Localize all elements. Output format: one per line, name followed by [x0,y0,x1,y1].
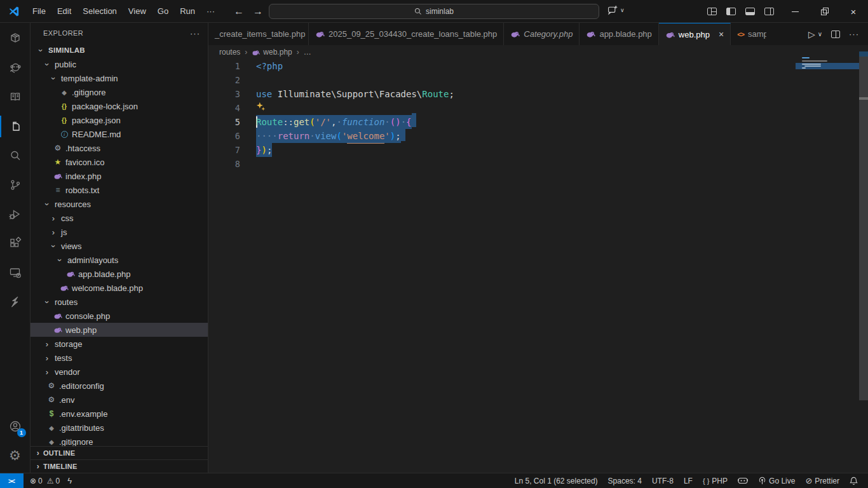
restore-button[interactable] [810,0,839,23]
status-eol[interactable]: LF [679,477,698,485]
code-editor[interactable]: 1<?php23use Illuminate\Support\Facades\R… [208,59,868,171]
menu-selection[interactable]: Selection [77,3,122,20]
breadcrumb-item[interactable]: … [304,48,311,57]
accounts-icon[interactable]: 1 [0,412,31,441]
tree-item-label: public [55,60,76,69]
settings-gear-icon[interactable]: ⚙ [0,441,31,470]
section-outline[interactable]: ›OUTLINE [31,446,208,459]
extension-s-icon[interactable] [0,287,31,316]
menu-run[interactable]: Run [174,3,201,20]
status-cursor-position[interactable]: Ln 5, Col 1 (62 selected) [510,477,603,485]
docs-book-icon[interactable] [0,83,31,112]
status-go-live[interactable]: Go Live [753,477,800,485]
close-tab-icon[interactable]: × [719,29,724,39]
tree-item-storage[interactable]: ›storage [31,337,208,351]
tree-item-public[interactable]: ›public [31,57,208,71]
tree-item-resources[interactable]: ›resources [31,197,208,211]
back-button[interactable]: ← [234,6,244,17]
ai-sparkle-icon[interactable] [256,102,266,111]
tree-item-routes[interactable]: ›routes [31,295,208,309]
tab--create-items-table.php[interactable]: _create_items_table.php [208,23,309,45]
tree-item-views[interactable]: ›views [31,239,208,253]
forward-button[interactable]: → [253,6,263,17]
code-line-6: 6····return·view('welcome'); [208,129,868,143]
tree-item-package-lock.json[interactable]: {}package-lock.json [31,99,208,113]
source-control-icon[interactable] [0,170,31,200]
search-icon[interactable] [0,141,31,170]
toggle-secondary-sidebar-button[interactable] [764,8,774,15]
tree-item-readme.md[interactable]: iREADME.md [31,127,208,141]
tree-item-console.php[interactable]: console.php [31,309,208,323]
tree-item-siminlab[interactable]: ›SIMINLAB [31,43,208,57]
tree-item-label: storage [55,339,82,349]
tab-app.blade.php[interactable]: app.blade.php [580,23,658,45]
tab-web.php[interactable]: web.php× [659,23,731,45]
tree-item-tests[interactable]: ›tests [31,351,208,365]
tree-item-welcome.blade.php[interactable]: welcome.blade.php [31,281,208,295]
tree-item-.gitattributes[interactable]: ◆.gitattributes [31,421,208,435]
status-indentation[interactable]: Spaces: 4 [603,477,647,485]
tree-item-package.json[interactable]: {}package.json [31,113,208,127]
php-file-icon [252,48,260,57]
tree-item-app.blade.php[interactable]: app.blade.php [31,267,208,281]
extension-box-icon[interactable] [0,24,31,53]
extensions-icon[interactable] [0,229,31,258]
copilot-status-icon [738,477,748,485]
status-language-mode[interactable]: { }PHP [698,477,733,485]
customize-layout-button[interactable] [707,8,717,15]
status-encoding[interactable]: UTF-8 [647,477,679,485]
menu-view[interactable]: View [123,3,152,20]
tree-item-.editorconfig[interactable]: ⚙.editorconfig [31,379,208,393]
status-copilot-status[interactable] [733,477,753,485]
tree-item-template-admin[interactable]: ›template-admin [31,71,208,85]
problems-indicator[interactable]: ⊗0 ⚠0 [26,473,64,488]
status-prettier[interactable]: ⊘Prettier [800,476,844,485]
run-dropdown-chevron-icon[interactable]: ∨ [818,30,822,37]
tree-item-.gitignore[interactable]: ◆.gitignore [31,85,208,99]
run-debug-icon[interactable] [0,200,31,229]
tab-samp[interactable]: <>samp [731,23,766,45]
breadcrumb-item[interactable]: routes [219,48,240,57]
breadcrumb[interactable]: routes›web.php›… [208,45,868,59]
remote-explorer-icon[interactable] [0,258,31,287]
status-notifications-bell[interactable] [844,477,863,485]
breadcrumb-item[interactable]: web.php [252,48,292,57]
menu-file[interactable]: File [27,3,51,20]
tree-item-.env.example[interactable]: $.env.example [31,407,208,421]
menu-go[interactable]: Go [152,3,174,20]
menu-edit[interactable]: Edit [51,3,77,20]
toggle-panel-button[interactable] [745,8,755,15]
copilot-chat-button[interactable]: ∨ [607,4,625,15]
explorer-more-actions[interactable]: ··· [190,29,200,38]
split-editor-button[interactable] [831,30,840,38]
tree-item-index.php[interactable]: index.php [31,169,208,183]
tree-item-admin-layouts[interactable]: ›admin\layouts [31,253,208,267]
tree-item-robots.txt[interactable]: ≡robots.txt [31,183,208,197]
tree-item-.env[interactable]: ⚙.env [31,393,208,407]
run-button[interactable]: ▷ [808,29,815,39]
minimize-button[interactable] [780,0,810,23]
tree-item-.htaccess[interactable]: ⚙.htaccess [31,141,208,155]
tab-category.php[interactable]: Category.php [504,23,580,45]
tree-item-vendor[interactable]: ›vendor [31,365,208,379]
remote-indicator[interactable]: >< [0,473,24,488]
toggle-sidebar-button[interactable] [726,8,736,15]
tree-item-favicon.ico[interactable]: ★favicon.ico [31,155,208,169]
tree-item-js[interactable]: ›js [31,225,208,239]
extension-monkey-icon[interactable] [0,53,31,83]
editor-scrollbar[interactable] [859,54,868,400]
close-button[interactable]: × [839,0,868,23]
minimap[interactable] [798,57,859,139]
menu-[interactable]: ··· [201,3,220,20]
explorer-icon[interactable] [0,112,31,141]
tree-item-css[interactable]: ›css [31,211,208,225]
tab-2025-09-25-034430-create-loans-table.php[interactable]: 2025_09_25_034430_create_loans_table.php [309,23,504,45]
command-center-search[interactable]: siminlab [269,4,599,19]
tree-item-web.php[interactable]: web.php [31,323,208,337]
chevron-down-icon: › [43,297,52,307]
tree-item-label: admin\layouts [67,255,118,265]
tree-item-.gitignore[interactable]: ◆.gitignore [31,435,208,446]
editor-more-actions-button[interactable]: ··· [849,29,859,39]
zap-status-icon[interactable]: ϟ [64,473,76,488]
section-timeline[interactable]: ›TIMELINE [31,459,208,473]
